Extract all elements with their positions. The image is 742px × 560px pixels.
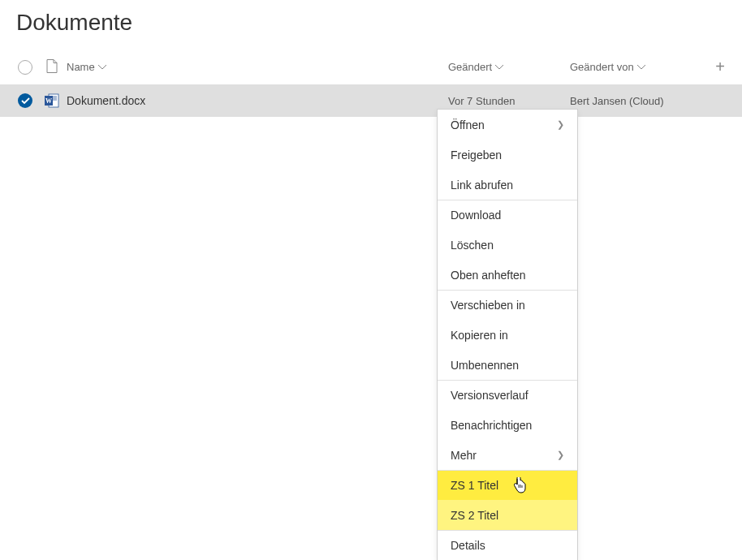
menu-item-versionhistory-label: Versionsverlauf — [451, 389, 528, 402]
menu-item-moveto-label: Verschieben in — [451, 299, 525, 312]
column-header-modifiedby[interactable]: Geändert von — [570, 61, 708, 73]
menu-item-zs2[interactable]: ZS 2 Titel — [438, 500, 577, 530]
menu-item-moveto[interactable]: Verschieben in — [438, 290, 577, 320]
menu-item-details-label: Details — [451, 539, 485, 552]
menu-item-pintop-label: Oben anheften — [451, 269, 526, 282]
list-header-row: Name Geändert Geändert von + — [0, 50, 742, 84]
menu-item-notify-label: Benachrichtigen — [451, 419, 532, 432]
menu-item-copyto-label: Kopieren in — [451, 329, 508, 342]
menu-item-delete-label: Löschen — [451, 239, 494, 252]
file-type-icon — [46, 59, 58, 75]
menu-item-download-label: Download — [451, 209, 501, 222]
file-name[interactable]: Dokument.docx — [63, 94, 448, 107]
column-header-modifiedby-label: Geändert von — [570, 61, 634, 73]
menu-item-share[interactable]: Freigeben — [438, 140, 577, 170]
menu-item-open[interactable]: Öffnen ❯ — [438, 110, 577, 140]
menu-item-notify[interactable]: Benachrichtigen — [438, 410, 577, 440]
menu-item-download[interactable]: Download — [438, 200, 577, 230]
file-modified-by: Bert Jansen (Cloud) — [570, 95, 708, 107]
column-header-modified-label: Geändert — [448, 61, 492, 73]
menu-item-zs1[interactable]: ZS 1 Titel — [438, 470, 577, 500]
word-file-icon: W — [45, 93, 59, 108]
column-header-name[interactable]: Name — [63, 61, 448, 73]
select-all-checkbox[interactable] — [18, 60, 32, 75]
chevron-down-icon — [637, 65, 645, 70]
menu-item-rename-label: Umbenennen — [451, 359, 519, 372]
menu-item-versionhistory[interactable]: Versionsverlauf — [438, 380, 577, 410]
chevron-right-icon: ❯ — [557, 450, 564, 460]
chevron-down-icon — [98, 65, 106, 70]
menu-item-zs1-label: ZS 1 Titel — [451, 479, 498, 492]
menu-item-pintop[interactable]: Oben anheften — [438, 260, 577, 290]
menu-item-rename[interactable]: Umbenennen — [438, 350, 577, 380]
menu-item-copyto[interactable]: Kopieren in — [438, 320, 577, 350]
table-row[interactable]: W Dokument.docx Vor 7 Stunden Bert Janse… — [0, 84, 742, 117]
menu-item-getlink[interactable]: Link abrufen — [438, 170, 577, 200]
chevron-right-icon: ❯ — [557, 119, 564, 130]
context-menu: Öffnen ❯ Freigeben Link abrufen Download… — [437, 109, 578, 560]
chevron-down-icon — [495, 65, 503, 70]
add-column-button[interactable]: + — [715, 58, 725, 76]
menu-item-details[interactable]: Details — [438, 530, 577, 560]
column-header-modified[interactable]: Geändert — [448, 61, 570, 73]
file-modified: Vor 7 Stunden — [448, 95, 570, 107]
menu-item-more[interactable]: Mehr ❯ — [438, 440, 577, 470]
row-checkbox-checked[interactable] — [18, 93, 32, 108]
page-title: Dokumente — [0, 0, 742, 50]
menu-item-share-label: Freigeben — [451, 149, 502, 162]
menu-item-more-label: Mehr — [451, 449, 477, 462]
svg-text:W: W — [45, 97, 52, 105]
column-header-name-label: Name — [67, 61, 95, 73]
menu-item-delete[interactable]: Löschen — [438, 230, 577, 260]
menu-item-zs2-label: ZS 2 Titel — [451, 509, 498, 522]
menu-item-getlink-label: Link abrufen — [451, 179, 513, 192]
menu-item-open-label: Öffnen — [451, 118, 485, 131]
